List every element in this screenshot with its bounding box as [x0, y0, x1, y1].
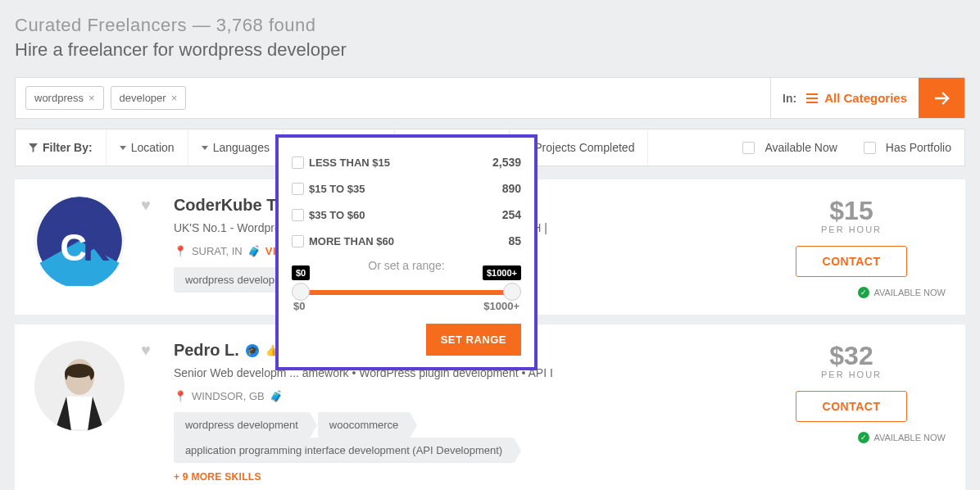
check-circle-icon: ✓ — [858, 432, 869, 443]
checkbox-icon[interactable] — [292, 157, 304, 169]
price-unit: PER HOUR — [821, 370, 882, 379]
results-subtitle: Hire a freelancer for wordpress develope… — [15, 39, 965, 61]
chevron-down-icon — [202, 146, 208, 150]
avatar[interactable] — [34, 341, 125, 431]
search-tags-area[interactable]: wordpress × developer × — [16, 78, 770, 118]
price-unit: PER HOUR — [821, 225, 882, 234]
freelancer-meta: 📍 WINDSOR, GB 🧳 — [174, 390, 741, 402]
range-max-label: $1000+ — [483, 300, 519, 312]
rate-option-count: 85 — [508, 234, 521, 247]
skill-chip[interactable]: woocommerce — [318, 412, 411, 438]
rate-option-row[interactable]: $35 TO $60 254 — [292, 202, 521, 228]
filter-available-now[interactable]: Available Now — [729, 129, 850, 166]
rate-option-label: $15 TO $35 — [309, 183, 502, 195]
results-count-header: Curated Freelancers — 3,768 found — [15, 15, 965, 36]
search-submit-button[interactable] — [919, 78, 964, 118]
checkbox-icon[interactable] — [292, 235, 304, 247]
rate-option-label: $35 TO $60 — [309, 209, 502, 221]
skill-chip[interactable]: wordpress development — [174, 412, 310, 438]
card-right: $32 PER HOUR CONTACT ✓ AVAILABLE NOW — [757, 341, 946, 483]
card-right: $15 PER HOUR CONTACT ✓ AVAILABLE NOW — [757, 196, 946, 298]
per-hour-rate-dropdown: LESS THAN $15 2,539 $15 TO $35 890 $35 T… — [275, 134, 538, 370]
price: $15 — [829, 196, 873, 226]
contact-button[interactable]: CONTACT — [796, 246, 908, 277]
list-icon — [806, 93, 818, 103]
range-slider[interactable]: $0 $1000+ — [298, 290, 515, 295]
filter-spacer — [648, 129, 729, 166]
briefcase-icon: 🧳 — [247, 245, 261, 257]
filter-location[interactable]: Location — [107, 129, 188, 166]
chevron-down-icon — [120, 146, 126, 150]
search-category-area: In: All Categories — [770, 78, 919, 118]
rate-option-label: LESS THAN $15 — [309, 157, 492, 169]
heart-icon[interactable]: ♥ — [141, 196, 151, 298]
search-tag-wordpress[interactable]: wordpress × — [25, 86, 104, 110]
freelancer-location: WINDSOR, GB — [192, 390, 265, 402]
rate-option-row[interactable]: LESS THAN $15 2,539 — [292, 149, 521, 175]
skill-chip[interactable]: application programming interface develo… — [174, 438, 514, 463]
avatar[interactable]: CK — [34, 196, 125, 286]
pin-icon: 📍 — [174, 390, 187, 402]
rate-option-count: 2,539 — [492, 156, 521, 169]
search-bar: wordpress × developer × In: All Categori… — [15, 77, 965, 119]
checkbox-icon[interactable] — [864, 142, 876, 154]
filter-languages[interactable]: Languages — [188, 129, 284, 166]
verified-badge-icon: 🎓 — [246, 344, 259, 357]
availability-badge: ✓ AVAILABLE NOW — [858, 287, 946, 298]
filter-has-portfolio[interactable]: Has Portfolio — [851, 129, 964, 166]
set-range-button[interactable]: SET RANGE — [426, 324, 521, 356]
skill-chip-row: wordpress development woocommerce applic… — [174, 412, 741, 463]
check-circle-icon: ✓ — [858, 287, 869, 298]
rate-option-label: MORE THAN $60 — [309, 235, 508, 247]
svg-text:K: K — [83, 227, 110, 269]
range-min-label: $0 — [293, 300, 305, 312]
arrow-right-icon — [930, 87, 953, 110]
range-handle-min[interactable] — [292, 283, 310, 301]
freelancer-name[interactable]: Pedro L. — [174, 341, 239, 360]
search-tag-label: wordpress — [34, 92, 84, 104]
rate-option-row[interactable]: MORE THAN $60 85 — [292, 228, 521, 254]
range-handle-max[interactable] — [503, 283, 521, 301]
heart-icon[interactable]: ♥ — [141, 341, 151, 483]
more-skills-link[interactable]: + 9 MORE SKILLS — [174, 471, 261, 483]
rate-option-count: 254 — [502, 208, 521, 221]
pin-icon: 📍 — [174, 245, 187, 257]
search-tag-label: developer — [120, 92, 166, 104]
price: $32 — [829, 341, 873, 371]
close-icon[interactable]: × — [171, 92, 178, 104]
range-min-badge: $0 — [292, 265, 310, 280]
briefcase-icon: 🧳 — [270, 390, 283, 402]
categories-label: All Categories — [824, 91, 907, 105]
in-label: In: — [783, 92, 796, 105]
checkbox-icon[interactable] — [292, 183, 304, 195]
freelancer-location: SURAT, IN — [192, 245, 243, 257]
checkbox-icon[interactable] — [742, 142, 755, 154]
contact-button[interactable]: CONTACT — [796, 391, 908, 422]
range-scale-labels: $0 $1000+ — [293, 300, 519, 312]
close-icon[interactable]: × — [88, 92, 95, 104]
filter-icon — [29, 143, 38, 152]
availability-badge: ✓ AVAILABLE NOW — [858, 432, 946, 443]
rate-option-count: 890 — [502, 182, 521, 195]
filter-by-label: Filter By: — [16, 129, 107, 166]
search-tag-developer[interactable]: developer × — [111, 86, 187, 110]
all-categories-link[interactable]: All Categories — [806, 91, 907, 105]
rate-option-row[interactable]: $15 TO $35 890 — [292, 175, 521, 202]
checkbox-icon[interactable] — [292, 209, 304, 221]
freelancer-name[interactable]: CoderKube T. — [174, 196, 279, 215]
range-max-badge: $1000+ — [483, 265, 521, 280]
